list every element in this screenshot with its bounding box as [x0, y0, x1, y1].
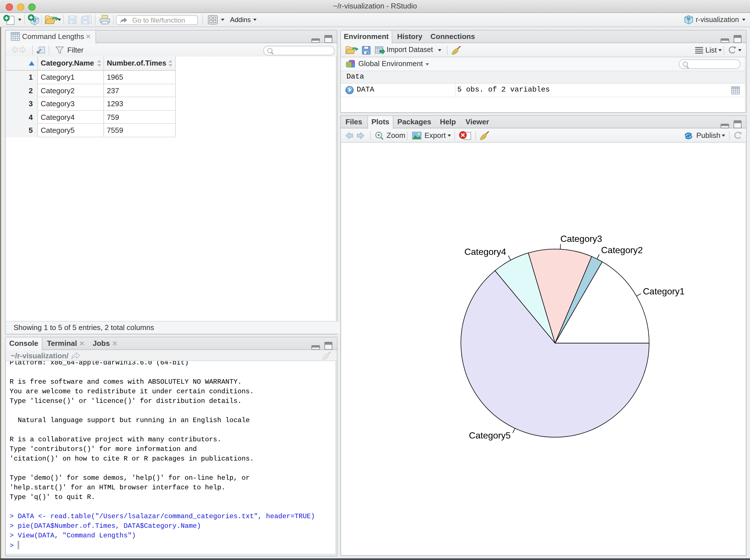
svg-text:Category4: Category4 — [464, 247, 506, 257]
svg-text:Category1: Category1 — [643, 286, 685, 296]
svg-text:Category5: Category5 — [469, 430, 511, 440]
svg-text:Category3: Category3 — [560, 234, 602, 244]
svg-text:R: R — [687, 16, 690, 21]
svg-text:Category2: Category2 — [601, 245, 643, 255]
